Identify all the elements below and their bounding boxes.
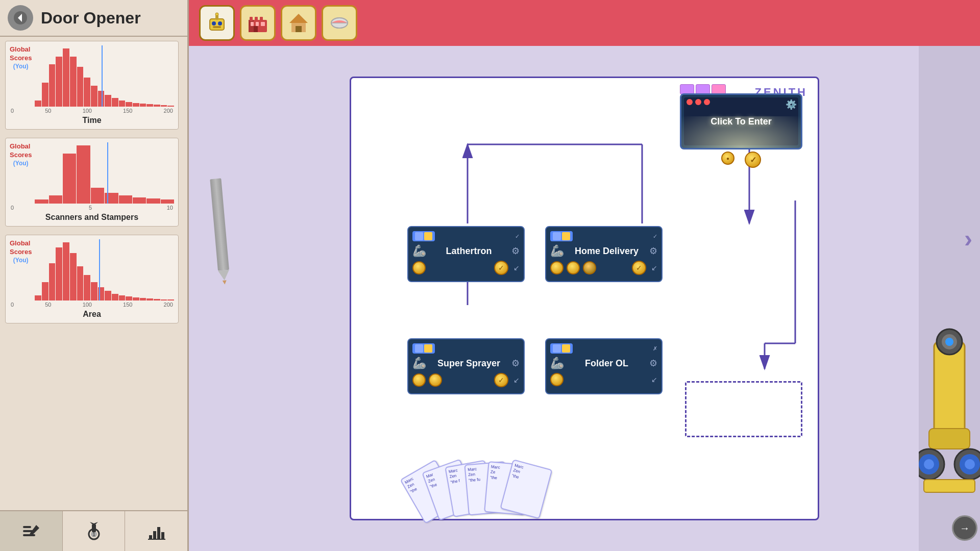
folder-ol-coin-1 (550, 373, 564, 386)
lathertron-coin-1 (412, 261, 426, 274)
home-delivery-check: ✓ (632, 261, 646, 275)
folder-ol-badge (550, 343, 573, 354)
svg-rect-58 (924, 480, 975, 492)
back-button[interactable] (8, 5, 33, 31)
chart-area: Global Scores (You) 0 50 100 150 200 Are… (5, 235, 179, 323)
whiteboard: ZENITH (350, 77, 819, 520)
svg-rect-12 (153, 531, 156, 539)
folder-ol-status: ✗ (575, 345, 657, 352)
folder-ol-top: ✗ (550, 343, 657, 354)
bottom-toolbar: 1 (0, 510, 187, 551)
top-bar (189, 0, 980, 46)
toolbar-medal-button[interactable]: 1 (63, 511, 126, 551)
top-icon-robot[interactable] (199, 5, 235, 41)
enter-button[interactable]: → (952, 515, 977, 541)
lathertron-status: ✓ (437, 233, 520, 240)
folder-ol-bottom: ↙ (550, 373, 657, 386)
lathertron-icon: 🦾 (412, 244, 426, 258)
lathertron-gear: ⚙ (511, 245, 520, 257)
top-icon-factory[interactable] (240, 5, 276, 41)
super-sprayer-coin-1 (412, 373, 426, 387)
left-panel: Door Opener Global Scores (You) 0 (0, 0, 189, 551)
home-delivery-coin-3 (583, 261, 596, 274)
zenith-coin-1: ● (721, 152, 734, 165)
zenith-screen[interactable]: ⚙️ Click To Enter (680, 93, 802, 149)
svg-rect-27 (254, 26, 258, 32)
svg-point-18 (218, 21, 222, 26)
panel-header: Door Opener (0, 0, 187, 37)
super-sprayer-top (412, 343, 520, 354)
machine-folder-ol[interactable]: ✗ 🦾 Folder OL ⚙ ↙ (545, 338, 663, 394)
machine-lathertron[interactable]: ✓ 🦾 Lathertron ⚙ ✓ ↙ (407, 226, 525, 282)
svg-point-57 (965, 459, 975, 469)
home-delivery-bottom: ✓ ↙ (550, 261, 657, 275)
zenith-machine[interactable]: ⚙️ Click To Enter ● ✓ (680, 93, 802, 165)
svg-rect-2 (23, 534, 35, 536)
lathertron-corner: ↙ (513, 264, 520, 272)
zenith-status-dots (687, 99, 710, 105)
lathertron-name: Lathertron (430, 246, 507, 257)
svg-rect-16 (210, 19, 224, 30)
zenith-gear-icon: ⚙️ (786, 99, 797, 110)
svg-rect-24 (251, 22, 254, 26)
svg-rect-11 (149, 535, 152, 539)
svg-rect-30 (260, 17, 263, 21)
toolbar-chart-button[interactable] (125, 511, 187, 551)
folder-ol-name: Folder OL (568, 358, 645, 369)
svg-rect-25 (256, 22, 259, 26)
top-icon-pill[interactable] (322, 5, 357, 41)
home-delivery-icon: 🦾 (550, 244, 564, 258)
chart-area-xaxis: 0 50 100 150 200 (10, 302, 174, 308)
lathertron-top: ✓ (412, 231, 520, 241)
chart-scanners-title: Scanners and Stampers (10, 213, 174, 222)
super-sprayer-bottom: ✓ ↙ (412, 373, 520, 387)
home-delivery-coin-1 (550, 261, 564, 274)
super-sprayer-name: Super Sprayer (430, 358, 507, 369)
svg-rect-13 (157, 527, 160, 539)
svg-rect-4 (23, 526, 31, 528)
svg-point-21 (215, 13, 218, 16)
svg-rect-48 (929, 429, 970, 449)
svg-rect-26 (261, 22, 265, 26)
svg-rect-19 (213, 26, 221, 28)
svg-marker-31 (289, 14, 308, 23)
zenith-badge-3 (712, 84, 726, 94)
chart-area-title: Area (10, 310, 174, 319)
super-sprayer-gear: ⚙ (511, 358, 520, 369)
chart-area-bars (35, 239, 174, 300)
chart-time-xaxis: 0 50 100 150 200 (10, 108, 174, 114)
chart-time-bars (35, 45, 174, 107)
chart-time-title: Time (10, 116, 174, 125)
svg-rect-8 (92, 524, 96, 532)
chart-scanners-xaxis: 0 5 10 (10, 205, 174, 211)
super-sprayer-coin-2 (429, 373, 442, 387)
chevron-right-icon[interactable]: › (964, 224, 972, 253)
main-canvas: ZENITH (189, 46, 949, 551)
chart-scanners: Global Scores (You) 0 5 10 Scanners and … (5, 138, 179, 227)
empty-slot-dashed[interactable] (685, 381, 802, 437)
svg-rect-33 (296, 26, 302, 32)
folder-ol-icon: 🦾 (550, 357, 564, 370)
lathertron-badge (412, 231, 435, 241)
lathertron-check: ✓ (494, 261, 508, 275)
home-delivery-name: Home Delivery (568, 246, 645, 257)
svg-text:1: 1 (92, 532, 95, 537)
home-delivery-top: ✓ (550, 231, 657, 241)
machine-home-delivery[interactable]: ✓ 🦾 Home Delivery ⚙ ✓ ↙ (545, 226, 663, 282)
chart-time: Global Scores (You) 0 50 100 150 200 Tim… (5, 41, 179, 130)
zenith-badges (680, 84, 726, 94)
chart-area-ylabel: Global Scores (10, 239, 32, 257)
top-icon-house[interactable] (281, 5, 316, 41)
zenith-badge-2 (696, 84, 710, 94)
svg-rect-47 (934, 342, 965, 434)
svg-rect-29 (255, 17, 258, 21)
home-delivery-gear: ⚙ (649, 245, 657, 257)
svg-rect-14 (161, 532, 164, 539)
machine-super-sprayer[interactable]: 🦾 Super Sprayer ⚙ ✓ ↙ (407, 338, 525, 394)
zenith-coin-2: ✓ (745, 152, 761, 168)
toolbar-edit-button[interactable] (0, 511, 63, 551)
super-sprayer-corner: ↙ (513, 376, 520, 384)
svg-point-54 (924, 459, 934, 469)
click-to-enter-text[interactable]: Click To Enter (710, 116, 772, 127)
robot-arm (919, 316, 980, 520)
